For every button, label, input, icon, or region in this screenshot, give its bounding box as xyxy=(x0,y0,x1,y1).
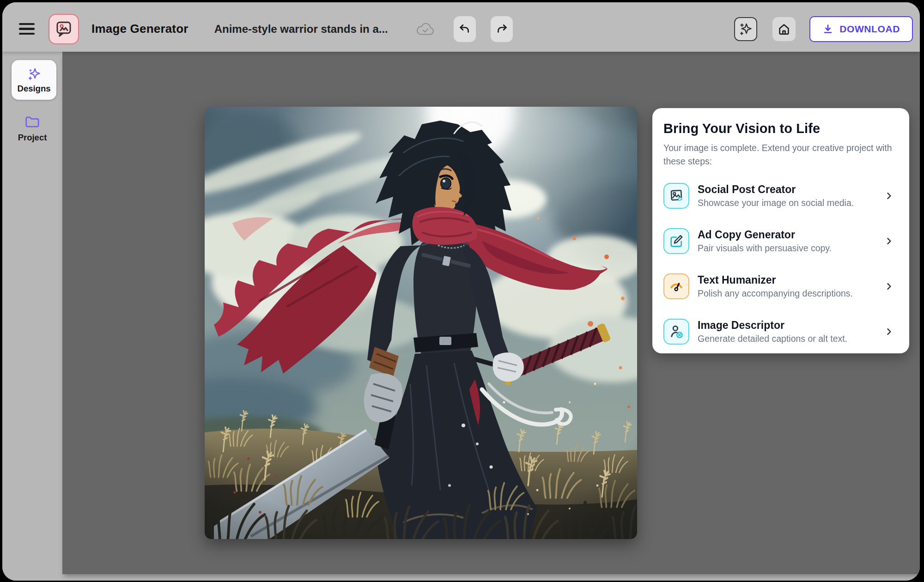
folder-icon xyxy=(24,115,41,129)
step-description: Showcase your image on social media. xyxy=(698,198,854,208)
download-icon xyxy=(822,24,833,35)
sidebar-item-project[interactable]: Project xyxy=(2,115,62,143)
step-description: Generate detailed captions or alt text. xyxy=(698,333,847,344)
sparkles-icon xyxy=(27,67,42,81)
editor-canvas[interactable]: Bring Your Vision to Life Your image is … xyxy=(62,52,920,574)
chevron-right-icon xyxy=(884,327,894,336)
step-description: Polish any accompanying descriptions. xyxy=(698,288,853,299)
step-title: Social Post Creator xyxy=(698,183,854,196)
app-window: Image Generator Anime-style warrior stan… xyxy=(2,2,920,581)
ad-copy-icon xyxy=(663,228,689,254)
next-steps-panel: Bring Your Vision to Life Your image is … xyxy=(652,108,909,353)
left-sidebar: Designs Project xyxy=(2,52,62,581)
sidebar-item-designs[interactable]: Designs xyxy=(12,60,56,100)
redo-button[interactable] xyxy=(491,16,513,42)
sidebar-item-label: Project xyxy=(18,133,47,143)
prompt-title[interactable]: Anime-style warrior stands in a... xyxy=(214,23,388,36)
chevron-right-icon xyxy=(884,282,894,291)
ai-tools-button[interactable] xyxy=(734,17,757,41)
step-title: Image Descriptor xyxy=(698,319,847,332)
download-button[interactable]: DOWNLOAD xyxy=(809,16,913,42)
home-button[interactable] xyxy=(772,17,796,41)
sidebar-item-label: Designs xyxy=(18,84,51,94)
chevron-right-icon xyxy=(884,191,894,200)
sparkles-icon xyxy=(738,22,753,36)
social-post-icon xyxy=(663,183,689,209)
app-logo xyxy=(49,14,79,44)
cloud-saved-icon xyxy=(416,22,435,36)
image-chat-icon xyxy=(54,19,73,39)
step-title: Ad Copy Generator xyxy=(698,229,832,241)
panel-subtitle: Your image is complete. Extend your crea… xyxy=(663,141,893,169)
top-toolbar: Image Generator Anime-style warrior stan… xyxy=(2,2,920,52)
step-title: Text Humanizer xyxy=(698,274,853,286)
redo-icon xyxy=(495,23,508,36)
text-humanizer-icon xyxy=(663,273,689,299)
menu-icon[interactable] xyxy=(19,21,37,37)
chevron-right-icon xyxy=(884,236,894,246)
step-image-descriptor[interactable]: Image Descriptor Generate detailed capti… xyxy=(663,309,896,354)
step-social-post-creator[interactable]: Social Post Creator Showcase your image … xyxy=(663,173,896,218)
generated-image[interactable] xyxy=(205,107,637,539)
page-title: Image Generator xyxy=(91,22,188,36)
undo-button[interactable] xyxy=(454,16,476,42)
step-ad-copy-generator[interactable]: Ad Copy Generator Pair visuals with pers… xyxy=(663,218,896,264)
home-icon xyxy=(777,22,791,36)
step-description: Pair visuals with persuasive copy. xyxy=(698,243,832,254)
step-text-humanizer[interactable]: Text Humanizer Polish any accompanying d… xyxy=(663,264,896,309)
panel-title: Bring Your Vision to Life xyxy=(663,121,896,136)
undo-icon xyxy=(458,23,471,36)
image-descriptor-icon xyxy=(663,319,689,345)
download-label: DOWNLOAD xyxy=(839,24,900,35)
